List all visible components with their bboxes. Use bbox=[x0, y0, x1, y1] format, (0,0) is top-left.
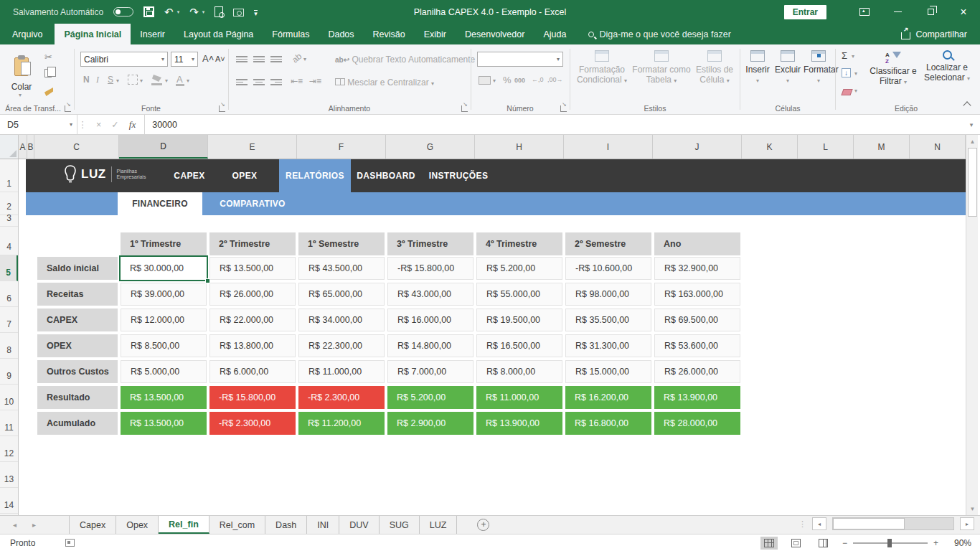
row-header-2[interactable]: 2 bbox=[0, 192, 18, 215]
table-cell[interactable]: R$ 31.300,00 bbox=[565, 334, 651, 357]
table-cell[interactable]: R$ 11.200,00 bbox=[298, 412, 385, 435]
sheet-tab-sug[interactable]: SUG bbox=[380, 516, 420, 534]
orientation-dropdown-icon[interactable]: ▾ bbox=[303, 56, 306, 62]
select-all-corner[interactable] bbox=[0, 135, 19, 159]
table-cell[interactable]: R$ 5.000,00 bbox=[121, 360, 207, 383]
table-cell[interactable]: R$ 26.000,00 bbox=[209, 283, 296, 306]
align-right-icon[interactable] bbox=[270, 77, 282, 86]
sheet-tab-luz[interactable]: LUZ bbox=[420, 516, 458, 534]
autosum-icon[interactable]: Σ bbox=[842, 50, 847, 61]
ribbon-tab-arquivo[interactable]: Arquivo bbox=[0, 24, 55, 44]
align-left-icon[interactable] bbox=[236, 77, 248, 86]
save-icon[interactable] bbox=[143, 6, 154, 17]
vertical-scroll-thumb[interactable] bbox=[968, 148, 977, 217]
table-cell[interactable]: R$ 5.200,00 bbox=[387, 386, 473, 409]
row-header-14[interactable]: 14 bbox=[0, 488, 18, 514]
zoom-out-icon[interactable]: − bbox=[842, 538, 847, 548]
ribbon-tab-desenvolvedor[interactable]: Desenvolvedor bbox=[456, 24, 534, 44]
zoom-track[interactable] bbox=[853, 542, 928, 544]
horizontal-scrollbar[interactable] bbox=[832, 517, 954, 530]
new-sheet-button[interactable]: + bbox=[477, 519, 489, 531]
fill-down-icon[interactable]: ↓ bbox=[842, 67, 851, 77]
table-cell[interactable]: R$ 98.000,00 bbox=[565, 283, 651, 306]
nav-item-relatorios[interactable]: RELATÓRIOS bbox=[279, 159, 351, 192]
find-select-button[interactable]: Localizar e Selecionar ▾ bbox=[920, 50, 974, 84]
table-cell[interactable]: -R$ 15.800,00 bbox=[387, 257, 473, 280]
confirm-entry-icon[interactable]: ✓ bbox=[111, 119, 118, 130]
table-cell[interactable]: R$ 8.500,00 bbox=[121, 334, 207, 357]
align-top-icon[interactable] bbox=[236, 55, 248, 63]
table-cell[interactable]: R$ 53.600,00 bbox=[654, 334, 740, 357]
table-cell[interactable]: R$ 22.000,00 bbox=[209, 309, 296, 331]
share-button[interactable]: Compartilhar bbox=[901, 24, 980, 44]
nav-item-opex[interactable]: OPEX bbox=[207, 159, 282, 192]
camera-icon[interactable] bbox=[233, 9, 244, 17]
ribbon-tab-revisao[interactable]: Revisão bbox=[364, 24, 415, 44]
nav-item-dashboard[interactable]: DASHBOARD bbox=[351, 159, 421, 192]
table-cell[interactable]: R$ 26.000,00 bbox=[654, 360, 740, 383]
scroll-up-icon[interactable]: ▲ bbox=[967, 136, 978, 147]
row-header-4[interactable]: 4 bbox=[0, 227, 18, 255]
paste-button[interactable]: Colar ▾ bbox=[4, 49, 39, 100]
hscroll-right-icon[interactable]: ▸ bbox=[960, 517, 974, 530]
ribbon-tab-formulas[interactable]: Fórmulas bbox=[263, 24, 319, 44]
table-cell[interactable]: R$ 16.200,00 bbox=[565, 386, 651, 409]
table-cell[interactable]: R$ 7.000,00 bbox=[387, 360, 473, 383]
row-header-11[interactable]: 11 bbox=[0, 410, 18, 436]
wrap-text-button[interactable]: ab↩ Quebrar Texto Automaticamente bbox=[335, 55, 475, 65]
column-header-f[interactable]: F bbox=[297, 135, 386, 159]
row-header-7[interactable]: 7 bbox=[0, 307, 18, 333]
ribbon-tab-ajuda[interactable]: Ajuda bbox=[534, 24, 575, 44]
table-row-label[interactable]: OPEX bbox=[37, 334, 118, 357]
underline-button[interactable]: S bbox=[108, 75, 113, 85]
undo-dropdown-icon[interactable]: ▾ bbox=[177, 9, 180, 15]
minimize-button[interactable] bbox=[881, 0, 914, 24]
decrease-font-icon[interactable]: A˅ bbox=[215, 55, 225, 63]
zoom-thumb[interactable] bbox=[887, 539, 892, 547]
table-row-label[interactable]: Receitas bbox=[37, 283, 118, 306]
table-cell[interactable]: R$ 16.000,00 bbox=[387, 309, 473, 331]
row-header-1[interactable]: 1 bbox=[0, 159, 18, 192]
font-dialog-launcher[interactable] bbox=[219, 105, 225, 112]
table-cell[interactable]: R$ 13.500,00 bbox=[121, 386, 207, 409]
row-header-8[interactable]: 8 bbox=[0, 333, 18, 359]
table-cell[interactable]: R$ 12.000,00 bbox=[121, 309, 207, 331]
table-row-label[interactable]: CAPEX bbox=[37, 309, 118, 331]
table-row-label[interactable]: Resultado bbox=[37, 386, 118, 409]
table-column-header[interactable]: 1º Semestre bbox=[298, 232, 385, 255]
formula-bar-grip[interactable]: ⋮ bbox=[77, 115, 88, 134]
table-column-header[interactable]: 4º Trimestre bbox=[476, 232, 562, 255]
column-header-c[interactable]: C bbox=[34, 135, 119, 159]
ribbon-tab-layout-da-pagina[interactable]: Layout da Página bbox=[174, 24, 263, 44]
close-button[interactable]: × bbox=[947, 0, 980, 24]
table-cell[interactable]: R$ 22.300,00 bbox=[298, 334, 385, 357]
number-format-combo[interactable]: ▾ bbox=[477, 52, 563, 67]
column-header-k[interactable]: K bbox=[742, 135, 798, 159]
table-cell[interactable]: R$ 13.800,00 bbox=[209, 334, 296, 357]
table-cell[interactable]: R$ 69.500,00 bbox=[654, 309, 740, 331]
table-cell[interactable]: -R$ 2.300,00 bbox=[298, 386, 385, 409]
accounting-format-icon[interactable] bbox=[479, 76, 491, 85]
insert-function-icon[interactable]: fx bbox=[129, 119, 136, 131]
insert-cells-button[interactable]: Inserir▾ bbox=[743, 50, 772, 86]
table-cell[interactable]: R$ 13.900,00 bbox=[476, 412, 562, 435]
ribbon-tab-inserir[interactable]: Inserir bbox=[131, 24, 174, 44]
borders-dropdown-icon[interactable]: ▾ bbox=[140, 77, 143, 84]
copy-icon[interactable] bbox=[44, 69, 52, 80]
table-cell[interactable]: R$ 14.800,00 bbox=[387, 334, 473, 357]
table-cell[interactable]: R$ 16.800,00 bbox=[565, 412, 651, 435]
macro-record-icon[interactable] bbox=[65, 539, 75, 547]
paste-dropdown-icon[interactable]: ▾ bbox=[19, 92, 22, 98]
page-layout-view-button[interactable] bbox=[788, 537, 805, 550]
alignment-dialog-launcher[interactable] bbox=[461, 105, 468, 112]
redo-icon[interactable]: ↷ bbox=[189, 6, 199, 17]
column-header-g[interactable]: G bbox=[386, 135, 475, 159]
table-cell[interactable]: R$ 13.500,00 bbox=[121, 412, 207, 435]
ribbon-tab-dados[interactable]: Dados bbox=[319, 24, 363, 44]
nav-item-instrucoes[interactable]: INSTRUÇÕES bbox=[423, 159, 494, 192]
number-dialog-launcher[interactable] bbox=[560, 105, 567, 112]
table-cell[interactable]: R$ 13.500,00 bbox=[209, 257, 296, 280]
align-bottom-icon[interactable] bbox=[270, 55, 282, 63]
clipboard-dialog-launcher[interactable] bbox=[65, 105, 71, 112]
conditional-formatting-button[interactable]: Formatação Condicional ▾ bbox=[575, 50, 629, 86]
